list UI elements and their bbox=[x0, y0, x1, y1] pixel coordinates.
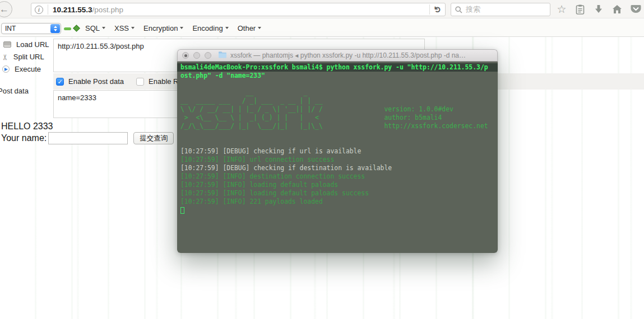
url-host: 10.211.55.3 bbox=[53, 6, 92, 14]
terminal-line: [10:27:59] [INFO] destination connection… bbox=[180, 172, 494, 181]
url-text[interactable]: 10.211.55.3/post.php bbox=[53, 6, 425, 14]
chevron-down-icon bbox=[180, 27, 183, 29]
scissors-icon: ✂ bbox=[2, 54, 8, 60]
back-icon: ← bbox=[0, 4, 9, 15]
chevron-down-icon bbox=[258, 27, 261, 29]
zoom-icon[interactable] bbox=[205, 52, 211, 59]
terminal-line: __ _____ ___ / _| ___ _ __ | | __ bbox=[180, 97, 494, 105]
terminal-line: [10:27:59] [INFO] url connection success bbox=[180, 156, 494, 164]
hackbar-menu-sql[interactable]: SQL bbox=[85, 24, 105, 32]
reload-icon[interactable]: ↻ bbox=[433, 6, 443, 13]
hackbar-mode-value: INT bbox=[5, 25, 16, 32]
enable-post-label: Enable Post data bbox=[68, 77, 124, 86]
terminal-line: [10:27:59] [INFO] loading default paload… bbox=[180, 181, 494, 189]
toolbar-icons: ☆ bbox=[556, 2, 641, 17]
post-data-label: Post data bbox=[0, 87, 29, 95]
terminal-body[interactable]: bsmali4deMacBook-Pro:xssfork bsmali4$ py… bbox=[177, 62, 498, 253]
enable-post-checkbox[interactable]: ✓ bbox=[56, 78, 64, 86]
pocket-icon[interactable] bbox=[630, 4, 641, 15]
bookmarks-sidebar-icon[interactable] bbox=[574, 4, 586, 15]
terminal-line bbox=[180, 139, 494, 147]
downloads-icon[interactable] bbox=[593, 4, 604, 15]
load-url-button[interactable]: Load URL bbox=[3, 40, 49, 49]
hackbar-minus-icon[interactable] bbox=[64, 27, 71, 30]
terminal-line bbox=[180, 206, 494, 215]
terminal-line: __ _ bbox=[180, 88, 494, 97]
chevron-down-icon bbox=[102, 27, 105, 29]
terminal-line bbox=[180, 80, 494, 88]
terminal-cursor bbox=[180, 207, 184, 214]
execute-button[interactable]: Execute bbox=[2, 65, 41, 73]
terminal-title: xssfork — phantomjs ◂ python xssfork.py … bbox=[230, 51, 466, 59]
minimize-icon[interactable] bbox=[193, 52, 200, 59]
hackbar-mode-select[interactable]: INT bbox=[1, 23, 61, 34]
hackbar-menus: SQL XSS Encryption Encoding Other bbox=[85, 19, 261, 37]
terminal-window: xssfork — phantomjs ◂ python xssfork.py … bbox=[177, 49, 498, 253]
submit-button[interactable]: 提交查询 bbox=[133, 132, 174, 144]
url-path: /post.php bbox=[92, 6, 124, 14]
browser-toolbar: ← i 10.211.55.3/post.php ↻ 搜索 ☆ bbox=[0, 0, 644, 18]
back-button[interactable]: ← bbox=[0, 1, 12, 17]
split-url-button[interactable]: ✂ Split URL bbox=[2, 53, 44, 61]
terminal-line: [10:27:59] [DEBUG] checking if destinati… bbox=[180, 164, 494, 172]
hackbar-menu-encryption[interactable]: Encryption bbox=[143, 24, 183, 32]
select-stepper-icon bbox=[50, 24, 60, 33]
terminal-line: [10:27:59] [INFO] 221 payloads loaded bbox=[180, 198, 494, 206]
load-url-icon bbox=[3, 41, 11, 48]
chevron-down-icon bbox=[225, 27, 229, 29]
hello-heading: HELLO 2333 bbox=[1, 121, 53, 132]
bookmark-star-icon[interactable]: ☆ bbox=[556, 4, 567, 15]
divider bbox=[48, 4, 48, 15]
close-icon[interactable] bbox=[182, 52, 189, 59]
name-label: Your name: bbox=[1, 133, 47, 143]
hackbar-menu-encoding[interactable]: Encoding bbox=[192, 24, 228, 32]
terminal-line: \ \/ / __/ __| | |_ / _ \| '__|| |/ / ve… bbox=[180, 105, 494, 114]
search-input[interactable]: 搜索 bbox=[451, 3, 550, 16]
browser-window: ← i 10.211.55.3/post.php ↻ 搜索 ☆ bbox=[0, 0, 644, 319]
terminal-line: [10:27:59] [INFO] loading default paload… bbox=[180, 189, 494, 198]
name-form: Your name: 提交查询 bbox=[1, 132, 174, 144]
hackbar-menu-other[interactable]: Other bbox=[238, 24, 262, 32]
terminal-line bbox=[180, 130, 494, 139]
search-placeholder: 搜索 bbox=[466, 4, 480, 15]
terminal-line: bsmali4deMacBook-Pro:xssfork bsmali4$ py… bbox=[177, 63, 498, 72]
search-icon bbox=[455, 6, 462, 13]
url-bar[interactable]: i 10.211.55.3/post.php ↻ bbox=[31, 3, 446, 16]
check-icon: ✓ bbox=[57, 78, 62, 85]
play-icon bbox=[2, 65, 10, 73]
terminal-line: [10:27:59] [DEBUG] checking if url is av… bbox=[180, 147, 494, 156]
terminal-titlebar[interactable]: xssfork — phantomjs ◂ python xssfork.py … bbox=[177, 49, 498, 62]
site-info-icon[interactable]: i bbox=[35, 6, 43, 14]
terminal-line: > <\__ \__ \ | _| (_) | | | < author: b5… bbox=[180, 114, 494, 122]
hackbar-diamond-icon[interactable] bbox=[73, 25, 80, 32]
name-input[interactable] bbox=[48, 132, 128, 144]
folder-icon bbox=[218, 50, 227, 60]
divider bbox=[429, 4, 430, 15]
hackbar-toolbar: INT SQL XSS Encryption Encoding Other bbox=[0, 19, 644, 37]
hackbar-menu-xss[interactable]: XSS bbox=[114, 24, 135, 32]
chevron-down-icon bbox=[131, 27, 135, 29]
home-icon[interactable] bbox=[611, 4, 623, 15]
enable-referrer-checkbox[interactable] bbox=[136, 78, 144, 86]
terminal-line: /_/\_\___/___/ |_| \___/|_| |_|\_\ http:… bbox=[180, 122, 494, 130]
terminal-line: ost.php" -d "name=233" bbox=[180, 72, 494, 80]
